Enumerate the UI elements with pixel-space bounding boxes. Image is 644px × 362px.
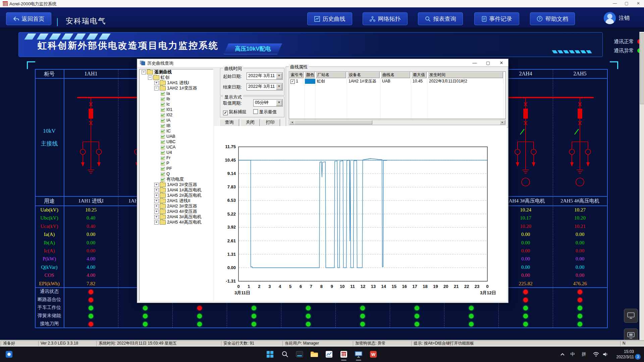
back-home-button[interactable]: 返回首页 [6, 12, 51, 25]
end-date-select[interactable]: 2022年 3月11 ▼ [247, 83, 283, 90]
attr-col-header[interactable]: 最大值 [411, 72, 427, 78]
tree-item[interactable]: Q [140, 171, 213, 177]
dialog-maximize-button[interactable]: ▢ [481, 59, 495, 67]
tree-item[interactable]: +2AH2 3#变压器 [140, 203, 213, 209]
curve-attr-table[interactable]: 索引号颜色厂站名设备名曲线名最大值发生时间✓ 1虹创1AH2 1#变压器UAB1… [289, 71, 506, 119]
scroll-right-arrow[interactable]: ► [500, 120, 505, 124]
nav-report-query-button[interactable]: 报表查询 [418, 12, 463, 25]
tree-item[interactable]: IB [140, 123, 213, 128]
tree-toggle-icon[interactable]: + [154, 209, 159, 214]
tree-item[interactable]: +1AH4 1#高压电机 [140, 187, 213, 193]
start-button[interactable] [265, 349, 275, 359]
tree-toggle-icon[interactable]: + [154, 220, 159, 225]
attr-table-hscrollbar[interactable]: ◄ ► [289, 120, 506, 125]
tree-item[interactable]: +2AH4 3#高压电机 [140, 214, 213, 220]
row-checkbox[interactable]: ✓ [290, 79, 295, 84]
tree-toggle-icon[interactable]: + [154, 215, 159, 219]
print-button[interactable]: 打印 [260, 119, 280, 126]
wifi-button[interactable] [591, 349, 601, 359]
dropdown-arrow-icon[interactable]: ▼ [276, 84, 282, 90]
tree-item[interactable]: +1AH3 2#变压器 [140, 182, 213, 187]
tree-item[interactable]: IC [140, 128, 213, 134]
taskbar-app-dark[interactable] [294, 349, 305, 359]
tree-item[interactable]: UCA [140, 144, 213, 150]
ime-lang-button[interactable]: 中 [568, 349, 578, 359]
tree-item[interactable]: 有功电度 [140, 177, 213, 182]
attr-col-header[interactable]: 索引号 [289, 72, 304, 78]
tree-toggle-icon[interactable]: − [142, 70, 146, 74]
close-button[interactable]: ✕ [633, 0, 644, 7]
tree-item[interactable]: UAB [140, 134, 213, 139]
window-vscrollbar[interactable] [639, 32, 644, 340]
dialog-close-button[interactable]: ✕ [495, 59, 508, 67]
tree-toggle-icon[interactable]: + [154, 199, 159, 203]
attr-col-header[interactable]: 曲线名 [381, 72, 410, 78]
tree-item[interactable]: I02 [140, 112, 213, 118]
tree-item[interactable]: +1AH1 进线I [140, 80, 213, 85]
tree-item[interactable]: +1AH5 2#高压电机 [140, 193, 213, 198]
tree-item[interactable]: Ic [140, 102, 213, 107]
tree-item[interactable]: +2AH1 进线II [140, 198, 213, 203]
tree-item[interactable]: Ia [140, 91, 213, 96]
volume-button[interactable] [600, 349, 610, 359]
tree-item[interactable]: UBC [140, 139, 213, 144]
mouse-capture-checkbox[interactable]: ✓ 鼠标捕捉 [223, 109, 247, 115]
tree-item[interactable]: +2AH3 4#变压器 [140, 209, 213, 214]
curve-tree[interactable]: −遥测曲线−虹创+1AH1 进线I−1AH2 1#变压器IaIbIcI01I02… [139, 69, 213, 301]
dropdown-arrow-icon[interactable]: ▼ [276, 100, 282, 106]
tree-toggle-icon[interactable]: + [154, 183, 159, 187]
checkbox-unchecked-icon[interactable] [253, 109, 258, 114]
tree-toggle-icon[interactable]: + [154, 188, 159, 192]
dialog-minimize-button[interactable]: — [468, 59, 481, 67]
minimize-button[interactable]: — [609, 0, 621, 7]
show-max-checkbox[interactable]: 显示最值 [253, 109, 277, 115]
tree-item[interactable]: I01 [140, 107, 213, 112]
tree-item[interactable]: +2AH5 4#高压电机 [140, 220, 213, 225]
close-dialog-button[interactable]: 关闭 [240, 119, 260, 126]
nav-help-doc-button[interactable]: ? 帮助文档 [530, 12, 575, 25]
tree-item[interactable]: PF [140, 166, 213, 171]
acrel-app-button[interactable] [339, 349, 349, 359]
checkbox-checked-icon[interactable]: ✓ [223, 111, 228, 115]
monitor-app-button[interactable] [354, 349, 364, 359]
dropdown-arrow-icon[interactable]: ▼ [276, 73, 282, 79]
tree-toggle-icon[interactable]: − [154, 86, 159, 90]
taskbar-clock[interactable]: 15:03 2022/3/11 [611, 349, 634, 360]
tree-item[interactable]: −虹创 [140, 75, 213, 80]
period-select[interactable]: 05分钟 ▼ [253, 99, 283, 107]
tree-item[interactable]: Ib [140, 96, 213, 102]
logout-button[interactable]: 注销 [619, 15, 630, 22]
tree-item[interactable]: −1AH2 1#变压器 [140, 85, 213, 91]
tree-item[interactable]: P [140, 161, 213, 166]
notification-badge[interactable]: 3 [635, 354, 641, 360]
wps-app-button[interactable]: W [368, 349, 378, 359]
float-tool-button-1[interactable] [624, 309, 638, 323]
nav-history-curve-button[interactable]: 历史曲线 [307, 12, 352, 25]
attr-col-header[interactable]: 颜色 [305, 72, 315, 78]
search-button[interactable] [280, 349, 290, 359]
tree-item[interactable]: IA [140, 118, 213, 123]
tray-chevron[interactable] [557, 349, 568, 359]
attr-col-header[interactable]: 设备名 [347, 72, 380, 78]
tree-item[interactable]: −遥测曲线 [140, 69, 213, 75]
scroll-left-arrow[interactable]: ◄ [289, 120, 295, 124]
attr-col-header[interactable]: 发生时间 [428, 72, 503, 78]
tree-toggle-icon[interactable]: + [154, 193, 159, 198]
tab-hv-10kv[interactable]: 高压10kV配电 [224, 44, 282, 54]
user-avatar[interactable] [604, 12, 616, 24]
chart-app-button[interactable] [324, 349, 334, 359]
start-date-select[interactable]: 2022年 3月11 ▼ [247, 72, 283, 80]
attr-col-header[interactable]: 厂站名 [316, 72, 346, 78]
tree-item[interactable]: U4 [140, 150, 213, 155]
vscrollbar-thumb[interactable] [640, 33, 644, 104]
maximize-button[interactable]: ▢ [621, 0, 632, 7]
taskbar-corner-icon[interactable] [4, 349, 14, 359]
tree-toggle-icon[interactable]: + [154, 204, 159, 208]
attr-row-index[interactable]: ✓ 1 [289, 78, 303, 84]
curve-color-swatch[interactable] [305, 79, 315, 84]
tree-toggle-icon[interactable]: + [154, 81, 159, 85]
tree-item[interactable]: Fr [140, 155, 213, 161]
scrollbar-thumb[interactable] [294, 120, 372, 124]
file-explorer-button[interactable] [309, 349, 319, 359]
tree-toggle-icon[interactable]: − [148, 75, 152, 80]
